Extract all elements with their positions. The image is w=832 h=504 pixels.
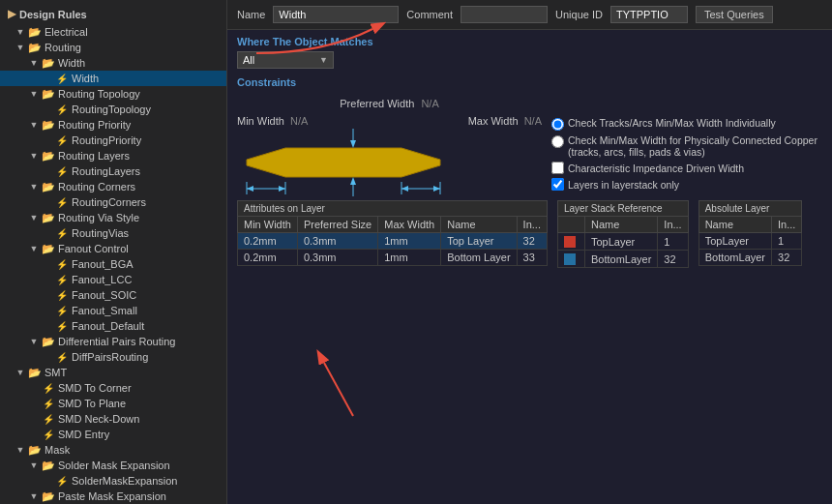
checkbox-row-2[interactable]: Layers in layerstack only	[551, 178, 822, 191]
layer-stack-table: Layer Stack Reference NameIn... TopLayer…	[557, 200, 689, 268]
diagram-right: Check Tracks/Arcs Min/Max Width Individu…	[551, 98, 822, 196]
tree-arrow-mask: ▼	[14, 445, 27, 455]
tree-icon-diff-pairs-item: ⚡	[54, 350, 70, 364]
ls-row-0[interactable]: TopLayer1	[557, 233, 688, 251]
tree-item-width-item[interactable]: ⚡Width	[0, 71, 226, 86]
tree-item-routing-layers[interactable]: ▼📂Routing Layers	[0, 148, 226, 163]
radio-row-2[interactable]: Check Min/Max Width for Physically Conne…	[551, 134, 822, 158]
tree-icon-routing-corners-item: ⚡	[54, 195, 70, 209]
tree-label-smt: SMT	[43, 367, 67, 378]
tree-label-fanout-bga: Fanout_BGA	[70, 258, 134, 270]
tree-item-routing-priority[interactable]: ▼📂Routing Priority	[0, 117, 226, 133]
abs-cell-1-0: BottomLayer	[698, 250, 771, 266]
tree-item-smt-entry[interactable]: ⚡SMD Entry	[0, 427, 226, 442]
tree-icon-smt-plane: ⚡	[41, 397, 56, 410]
svg-marker-8	[350, 177, 356, 185]
tree-item-solder-mask-exp[interactable]: ▼📂Solder Mask Expansion	[0, 458, 226, 473]
tree-arrow-routing-via-style: ▼	[27, 213, 41, 222]
attr-col-name: Name	[441, 217, 517, 233]
ls-row-1[interactable]: BottomLayer32	[557, 251, 688, 268]
tree-label-paste-mask-exp: Paste Mask Expansion	[56, 490, 166, 502]
radio-individual[interactable]	[551, 118, 564, 131]
tree-item-routing-corners[interactable]: ▼📂Routing Corners	[0, 179, 226, 194]
absolute-layer-header: Absolute Layer	[698, 201, 802, 217]
tree-item-smt-plane[interactable]: ⚡SMD To Plane	[0, 396, 226, 411]
tree-item-diff-pairs[interactable]: ▼📂Differential Pairs Routing	[0, 334, 226, 349]
tree-item-width-folder[interactable]: ▼📂Width	[0, 55, 226, 71]
tree-item-fanout-bga[interactable]: ⚡Fanout_BGA	[0, 256, 226, 272]
tree-item-mask[interactable]: ▼📂Mask	[0, 442, 226, 458]
attr-cell-1-2: 1mm	[378, 250, 441, 266]
tree-item-electrical[interactable]: ▼📂Electrical	[0, 24, 226, 40]
tree-icon-solder-mask-exp: 📂	[41, 459, 56, 472]
tree-item-fanout-small[interactable]: ⚡Fanout_Small	[0, 303, 226, 318]
tree-label-routing-layers-item: RoutingLayers	[70, 165, 140, 177]
tree-item-fanout-lcc[interactable]: ⚡Fanout_LCC	[0, 272, 226, 287]
tree-item-routing-via-style[interactable]: ▼📂Routing Via Style	[0, 210, 226, 225]
max-width-value: N/A	[524, 115, 542, 127]
where-dropdown[interactable]: All ▼	[237, 51, 334, 69]
tree-label-smt-neckdown: SMD Neck-Down	[56, 413, 139, 425]
tree-label-fanout-control: Fanout Control	[56, 243, 129, 254]
attr-row-0[interactable]: 0.2mm0.3mm1mmTop Layer32	[238, 233, 548, 250]
radio-connected[interactable]	[551, 135, 564, 148]
abs-row-0[interactable]: TopLayer1	[698, 233, 802, 250]
tree-item-routing-via-item[interactable]: ⚡RoutingVias	[0, 225, 226, 241]
abs-layer-head: NameIn...	[698, 217, 802, 233]
min-width-label: Min Width N/A	[237, 115, 308, 127]
tree-item-fanout-control[interactable]: ▼📂Fanout Control	[0, 241, 226, 256]
tree-item-smt-neckdown[interactable]: ⚡SMD Neck-Down	[0, 411, 226, 427]
tree-item-fanout-soic[interactable]: ⚡Fanout_SOIC	[0, 287, 226, 303]
tree-arrow-width-folder: ▼	[27, 58, 41, 68]
checkbox-impedance[interactable]	[551, 162, 564, 174]
tree-item-routing-topology[interactable]: ▼📂Routing Topology	[0, 86, 226, 102]
attr-cell-1-1: 0.3mm	[297, 250, 377, 266]
tree-label-routing-corners: Routing Corners	[56, 181, 135, 193]
tree-item-paste-mask-exp[interactable]: ▼📂Paste Mask Expansion	[0, 489, 226, 504]
tree-label-smt-entry: SMD Entry	[56, 429, 109, 440]
design-rules-icon: ▶	[8, 8, 15, 20]
tree-item-routing[interactable]: ▼📂Routing	[0, 40, 226, 55]
tree-icon-fanout-lcc: ⚡	[54, 273, 70, 286]
tree-arrow-diff-pairs: ▼	[27, 337, 41, 346]
tree-arrow-routing-layers: ▼	[27, 151, 41, 161]
tree-item-solder-mask-item[interactable]: ⚡SolderMaskExpansion	[0, 473, 226, 489]
tree-item-diff-pairs-item[interactable]: ⚡DiffPairsRouting	[0, 349, 226, 365]
tree-item-smt[interactable]: ▼📂SMT	[0, 365, 226, 380]
tree-container: ▼📂Electrical▼📂Routing▼📂Width⚡Width▼📂Rout…	[0, 24, 226, 504]
tree-label-routing-layers: Routing Layers	[56, 150, 130, 162]
attr-row-1[interactable]: 0.2mm0.3mm1mmBottom Layer33	[238, 250, 548, 266]
abs-cell-0-1: 1	[772, 233, 802, 250]
test-queries-button[interactable]: Test Queries	[696, 6, 773, 23]
tree-item-smt-corner[interactable]: ⚡SMD To Corner	[0, 380, 226, 396]
tree-label-smt-corner: SMD To Corner	[56, 382, 132, 394]
tree-item-routing-priority-item[interactable]: ⚡RoutingPriority	[0, 133, 226, 148]
radio-2-label: Check Min/Max Width for Physically Conne…	[568, 134, 822, 158]
radio-row-1[interactable]: Check Tracks/Arcs Min/Max Width Individu…	[551, 117, 822, 131]
tree-arrow-routing: ▼	[14, 43, 27, 52]
tree-icon-fanout-small: ⚡	[54, 304, 70, 317]
attr-cell-0-0: 0.2mm	[238, 233, 298, 250]
tree-label-smt-plane: SMD To Plane	[56, 398, 126, 409]
table-section: Attributes on Layer Min WidthPreferred S…	[227, 196, 832, 504]
attr-cell-0-2: 1mm	[378, 233, 441, 250]
tree-label-width-item: Width	[70, 73, 99, 84]
constraints-title: Constraints	[237, 76, 822, 88]
checkbox-row-1[interactable]: Characteristic Impedance Driven Width	[551, 162, 822, 174]
tree-item-routing-layers-item[interactable]: ⚡RoutingLayers	[0, 163, 226, 179]
abs-row-1[interactable]: BottomLayer32	[698, 250, 802, 266]
comment-input[interactable]	[461, 6, 548, 23]
tree-label-fanout-small: Fanout_Small	[70, 305, 137, 316]
tree-label-routing-corners-item: RoutingCorners	[70, 196, 146, 208]
attributes-table-container: Attributes on Layer Min WidthPreferred S…	[237, 200, 548, 268]
tree-item-routing-topology-item[interactable]: ⚡RoutingTopology	[0, 102, 226, 117]
unique-id-input[interactable]	[610, 6, 688, 23]
tree-item-routing-corners-item[interactable]: ⚡RoutingCorners	[0, 194, 226, 210]
ls-swatch-0	[557, 233, 584, 251]
name-input[interactable]	[273, 6, 399, 23]
app-container: ▶ Design Rules ▼📂Electrical▼📂Routing▼📂Wi…	[0, 0, 832, 504]
tree-item-fanout-default[interactable]: ⚡Fanout_Default	[0, 318, 226, 334]
tree-label-routing: Routing	[43, 42, 81, 53]
checkbox-layerstack[interactable]	[551, 178, 564, 191]
tree-label-routing-priority: Routing Priority	[56, 119, 131, 131]
